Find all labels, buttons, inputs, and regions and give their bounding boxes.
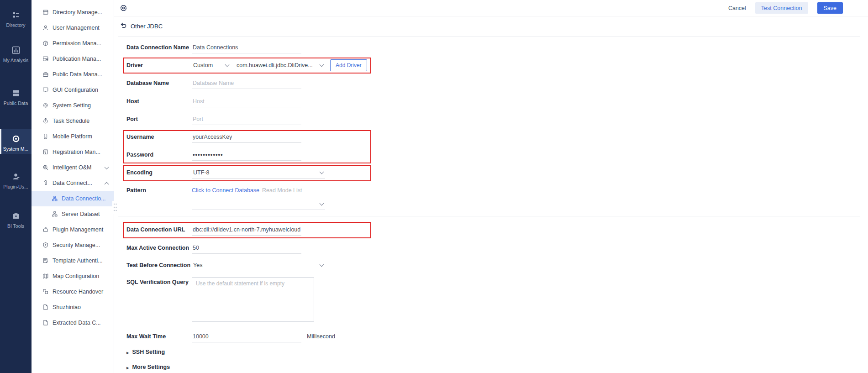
analysis-chart-icon	[11, 45, 21, 55]
plugin-user-icon	[11, 172, 21, 182]
sidebar-item-registration-management[interactable]: Registration Man...	[32, 144, 114, 160]
public-data-management-icon	[42, 71, 49, 78]
field-label: Password	[126, 152, 192, 158]
main-header: Cancel Test Connection Save	[114, 0, 868, 16]
header-divider	[118, 37, 860, 37]
sidebar-item-resource-handover[interactable]: Resource Handover	[32, 284, 114, 299]
gear-icon[interactable]	[120, 4, 127, 12]
sql-verification-query-textarea[interactable]	[192, 277, 314, 322]
back-breadcrumb[interactable]: Other JDBC	[120, 22, 163, 30]
panel-resize-handle[interactable]	[112, 201, 118, 214]
max-wait-time-input[interactable]	[192, 331, 301, 342]
pattern-mode-select[interactable]	[192, 198, 325, 210]
field-label: Username	[126, 134, 192, 140]
rail-item-public-data[interactable]: Public Data	[0, 88, 32, 106]
sidebar-item-user-management[interactable]: User Management	[32, 20, 114, 36]
add-driver-button[interactable]: Add Driver	[330, 59, 367, 71]
sidebar-item-mobile-platform[interactable]: Mobile Platform	[32, 129, 114, 144]
row-test-before-connection: Test Before Connection Yes	[126, 259, 325, 271]
expand-triangle-icon	[126, 363, 129, 371]
registration-management-icon	[42, 149, 49, 155]
sidebar-item-publication-management[interactable]: Publication Mana...	[32, 51, 114, 67]
sidebar-item-data-connect-group[interactable]: Data Connect...	[32, 175, 114, 191]
database-name-input[interactable]	[192, 78, 301, 89]
sidebar-item-template-authentication[interactable]: Template Authenti...	[32, 253, 114, 268]
cancel-button[interactable]: Cancel	[728, 5, 746, 11]
sidebar-item-label: Resource Handover	[53, 289, 103, 295]
sidebar-item-label: Public Data Mana...	[53, 71, 102, 78]
sidebar-item-label: Mobile Platform	[53, 133, 92, 140]
rail-item-system-management[interactable]: System M...	[0, 129, 32, 154]
encoding-select[interactable]: UTF-8	[192, 167, 325, 179]
sidebar-item-label: Permission Mana...	[53, 40, 101, 47]
sidebar-item-permission-management[interactable]: Permission Mana...	[32, 36, 114, 51]
sidebar-item-label: System Setting	[53, 102, 91, 109]
sidebar-item-label: User Management	[53, 25, 100, 31]
password-input[interactable]	[192, 149, 301, 161]
sidebar-item-shuzhiniao[interactable]: Shuzhiniao	[32, 299, 114, 315]
task-schedule-icon	[42, 118, 49, 124]
ssh-setting-toggle[interactable]: SSH Setting	[126, 346, 165, 358]
rail-item-label: Directory	[6, 22, 25, 28]
field-label: Max Wait Time	[126, 333, 192, 340]
section-divider	[118, 216, 860, 216]
row-password: Password	[126, 149, 301, 161]
data-connection-name-input[interactable]	[192, 42, 301, 53]
sidebar-item-label: Plugin Management	[53, 226, 103, 233]
test-connection-button[interactable]: Test Connection	[755, 2, 808, 14]
chevron-down-icon	[225, 63, 230, 67]
row-driver: Driver Custom com.huawei.dli.jdbc.DliDri…	[126, 59, 367, 71]
sidebar-item-extracted-data[interactable]: Extracted Data C...	[32, 315, 114, 331]
field-label: Database Name	[126, 80, 192, 86]
field-label: Data Connection URL	[126, 226, 192, 233]
sidebar-item-map-configuration[interactable]: Map Configuration	[32, 268, 114, 284]
test-before-connection-value: Yes	[193, 262, 202, 268]
rail-item-bi-tools[interactable]: BI Tools	[0, 211, 32, 229]
data-connection-url-input[interactable]	[192, 224, 301, 236]
host-input[interactable]	[192, 96, 301, 107]
row-port: Port	[126, 113, 301, 125]
template-authentication-icon	[42, 257, 49, 264]
sidebar-item-plugin-management[interactable]: Plugin Management	[32, 222, 114, 237]
public-data-stack-icon	[11, 88, 21, 98]
max-active-connection-input[interactable]	[192, 242, 301, 254]
sidebar-item-intelligent-om[interactable]: Intelligent O&M	[32, 160, 114, 175]
rail-item-label: BI Tools	[7, 223, 24, 229]
sidebar-item-directory-management[interactable]: Directory Manage...	[32, 5, 114, 20]
shuzhiniao-file-icon	[42, 304, 49, 310]
rail-item-plugin-users[interactable]: Plugin-Us...	[0, 172, 32, 189]
field-label: Pattern	[126, 187, 192, 194]
driver-class-select[interactable]: com.huawei.dli.jdbc.DliDrive...	[235, 59, 325, 71]
sidebar-item-task-schedule[interactable]: Task Schedule	[32, 113, 114, 129]
field-label: Port	[126, 116, 192, 122]
sidebar-item-label: GUI Configuration	[53, 87, 98, 93]
sidebar-item-label: Security Manage...	[53, 242, 100, 248]
rail-item-my-analysis[interactable]: My Analysis	[0, 45, 32, 63]
save-button[interactable]: Save	[817, 2, 843, 14]
field-label: Driver	[126, 62, 192, 68]
sidebar-item-security-management[interactable]: Security Manage...	[32, 237, 114, 253]
security-management-icon	[42, 242, 49, 248]
row-pattern: Pattern Click to Connect Database Read M…	[126, 184, 302, 196]
sidebar-item-server-dataset[interactable]: Server Dataset	[32, 206, 114, 222]
field-label: Test Before Connection	[126, 262, 192, 268]
username-input[interactable]	[192, 131, 301, 143]
field-label: Data Connection Name	[126, 44, 192, 51]
row-host: Host	[126, 95, 301, 107]
sidebar-item-label: Server Dataset	[62, 211, 100, 217]
test-before-connection-select[interactable]: Yes	[192, 259, 325, 271]
rail-item-directory[interactable]: Directory	[0, 10, 32, 28]
sidebar-item-system-setting[interactable]: System Setting	[32, 98, 114, 113]
more-settings-toggle[interactable]: More Settings	[126, 361, 170, 373]
field-label: Host	[126, 98, 192, 105]
sidebar-item-public-data-management[interactable]: Public Data Mana...	[32, 67, 114, 82]
chevron-down-icon	[320, 63, 324, 67]
gui-configuration-icon	[42, 87, 49, 93]
port-input[interactable]	[192, 114, 301, 125]
connect-database-link[interactable]: Click to Connect Database	[192, 187, 259, 194]
sidebar-item-data-connection[interactable]: Data Connectio...	[32, 191, 114, 206]
driver-type-select[interactable]: Custom	[192, 59, 231, 71]
sidebar-item-label: Extracted Data C...	[53, 320, 101, 326]
sidebar-item-gui-configuration[interactable]: GUI Configuration	[32, 82, 114, 98]
field-label: SQL Verification Query	[126, 277, 192, 285]
